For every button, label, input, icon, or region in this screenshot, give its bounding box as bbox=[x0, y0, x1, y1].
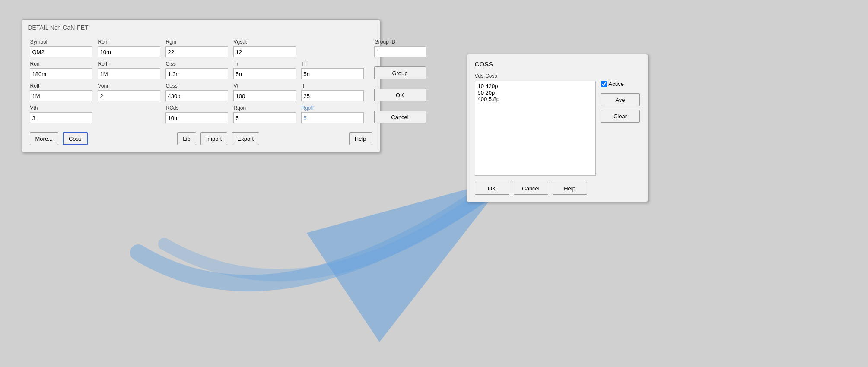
ronr-field-group: Ronr bbox=[98, 39, 160, 57]
tf-label: Tf bbox=[301, 61, 364, 67]
active-checkbox[interactable] bbox=[601, 81, 607, 87]
symbol-label: Symbol bbox=[30, 39, 92, 45]
rcds-field-group: RCds bbox=[165, 105, 228, 123]
ronr-input[interactable] bbox=[98, 46, 160, 57]
coss-dialog-title: COSS bbox=[475, 60, 640, 68]
tr-field-group: Tr bbox=[233, 61, 296, 79]
coss-label: Coss bbox=[165, 83, 228, 89]
it-field-group: It bbox=[301, 83, 364, 101]
roffr-field-group: Roffr bbox=[98, 61, 160, 79]
tf-input[interactable] bbox=[301, 68, 364, 79]
detail-dialog: DETAIL Nch GaN-FET Symbol Ronr Rgin Vgsa… bbox=[22, 19, 380, 152]
symbol-field-group: Symbol bbox=[30, 39, 92, 57]
group-id-label: Group ID bbox=[374, 39, 426, 45]
roff-label: Roff bbox=[30, 83, 92, 89]
rgin-input[interactable] bbox=[165, 46, 228, 57]
vonr-label: Vonr bbox=[98, 83, 160, 89]
tf-field-group: Tf bbox=[301, 61, 364, 79]
ron-label: Ron bbox=[30, 61, 92, 67]
tr-label: Tr bbox=[233, 61, 296, 67]
coss-button[interactable]: Coss bbox=[63, 132, 88, 145]
help-button[interactable]: Help bbox=[349, 132, 372, 145]
rcds-input[interactable] bbox=[165, 112, 228, 123]
rcds-label: RCds bbox=[165, 105, 228, 111]
vth-label: Vth bbox=[30, 105, 92, 111]
roff-field-group: Roff bbox=[30, 83, 92, 101]
rgon-field-group: Rgon bbox=[233, 105, 296, 123]
roff-input[interactable] bbox=[30, 90, 92, 101]
vgsat-field-group: Vgsat bbox=[233, 39, 296, 57]
rgoff-input[interactable] bbox=[301, 112, 364, 123]
vonr-field-group: Vonr bbox=[98, 83, 160, 101]
more-button[interactable]: More... bbox=[30, 132, 58, 145]
coss-dialog: COSS Vds-Coss 10 420p 50 20p 400 5.8p Ac… bbox=[467, 54, 648, 202]
ron-input[interactable] bbox=[30, 68, 92, 79]
ok-button[interactable]: OK bbox=[374, 89, 426, 101]
import-button[interactable]: Import bbox=[200, 132, 228, 145]
active-label[interactable]: Active bbox=[601, 81, 624, 87]
rgon-label: Rgon bbox=[233, 105, 296, 111]
it-input[interactable] bbox=[301, 90, 364, 101]
coss-input[interactable] bbox=[165, 90, 228, 101]
it-label: It bbox=[301, 83, 364, 89]
vonr-input[interactable] bbox=[98, 90, 160, 101]
rgoff-label: Rgoff bbox=[301, 105, 364, 111]
vt-field-group: Vt bbox=[233, 83, 296, 101]
vt-input[interactable] bbox=[233, 90, 296, 101]
ciss-field-group: Ciss bbox=[165, 61, 228, 79]
symbol-input[interactable] bbox=[30, 46, 92, 57]
vgsat-label: Vgsat bbox=[233, 39, 296, 45]
active-row: Active bbox=[601, 81, 640, 87]
detail-dialog-title: DETAIL Nch GaN-FET bbox=[22, 20, 380, 35]
lib-button[interactable]: Lib bbox=[177, 132, 196, 145]
vds-coss-textarea[interactable]: 10 420p 50 20p 400 5.8p bbox=[475, 81, 596, 176]
cancel-button[interactable]: Cancel bbox=[374, 111, 426, 123]
group-button[interactable]: Group bbox=[374, 66, 426, 79]
rgoff-field-group: Rgoff bbox=[301, 105, 364, 123]
coss-cancel-button[interactable]: Cancel bbox=[514, 182, 548, 195]
rgon-input[interactable] bbox=[233, 112, 296, 123]
group-id-input[interactable] bbox=[374, 46, 426, 57]
clear-button[interactable]: Clear bbox=[601, 110, 640, 123]
coss-field-group: Coss bbox=[165, 83, 228, 101]
vt-label: Vt bbox=[233, 83, 296, 89]
ronr-label: Ronr bbox=[98, 39, 160, 45]
export-button[interactable]: Export bbox=[232, 132, 259, 145]
ave-button[interactable]: Ave bbox=[601, 93, 640, 106]
group-id-field-group: Group ID bbox=[374, 39, 426, 57]
active-text: Active bbox=[609, 81, 624, 87]
ron-field-group: Ron bbox=[30, 61, 92, 79]
coss-side-buttons: Active Ave Clear bbox=[601, 81, 640, 123]
roffr-label: Roffr bbox=[98, 61, 160, 67]
tr-input[interactable] bbox=[233, 68, 296, 79]
ciss-label: Ciss bbox=[165, 61, 228, 67]
vth-input[interactable] bbox=[30, 112, 92, 123]
coss-ok-button[interactable]: OK bbox=[475, 182, 509, 195]
vds-coss-label: Vds-Coss bbox=[475, 73, 640, 79]
vth-field-group: Vth bbox=[30, 105, 92, 123]
vgsat-input[interactable] bbox=[233, 46, 296, 57]
roffr-input[interactable] bbox=[98, 68, 160, 79]
rgin-label: Rgin bbox=[165, 39, 228, 45]
coss-help-button[interactable]: Help bbox=[553, 182, 587, 195]
ciss-input[interactable] bbox=[165, 68, 228, 79]
rgin-field-group: Rgin bbox=[165, 39, 228, 57]
